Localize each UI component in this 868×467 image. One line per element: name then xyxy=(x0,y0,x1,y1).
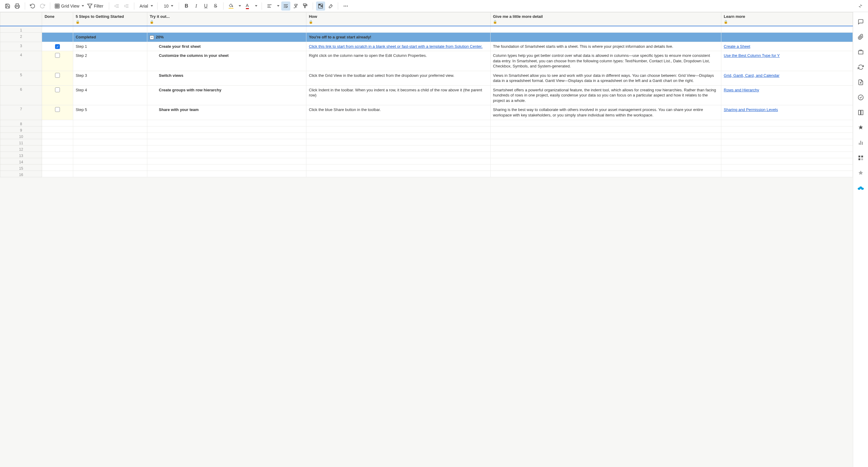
sheet-area[interactable]: Done 5 Steps to Getting Started🔒 Try it … xyxy=(0,12,853,467)
learn-link[interactable]: Create a Sheet xyxy=(724,44,750,49)
row-number[interactable]: 16 xyxy=(0,170,42,177)
learn-link[interactable]: Rows and Hierarchy xyxy=(724,88,759,92)
column-header-detail[interactable]: Give me a little more detail🔒 xyxy=(490,12,721,26)
filter-button[interactable]: Filter xyxy=(86,1,105,10)
try-cell[interactable]: Share with your team xyxy=(147,105,306,120)
underline-button[interactable]: U xyxy=(202,1,211,10)
activity-log-icon[interactable] xyxy=(857,94,864,101)
table-row[interactable]: 4Step 2Customize the columns in your she… xyxy=(0,51,853,71)
strikethrough-button[interactable]: S xyxy=(211,1,220,10)
collapse-toggle[interactable]: − xyxy=(150,35,154,40)
learn-cell[interactable]: Use the Best Column Type for Y xyxy=(721,51,853,71)
align-dropdown[interactable] xyxy=(275,1,281,10)
fill-color-button[interactable] xyxy=(226,1,236,10)
row-number[interactable]: 1 xyxy=(0,26,42,33)
step-cell[interactable]: Step 2 xyxy=(73,51,147,71)
step-cell[interactable]: Step 5 xyxy=(73,105,147,120)
work-insights-icon[interactable] xyxy=(857,139,864,146)
step-cell[interactable]: Step 1 xyxy=(73,42,147,51)
italic-button[interactable]: I xyxy=(192,1,201,10)
font-size-select[interactable]: 10 xyxy=(161,1,176,10)
row-number[interactable]: 5 xyxy=(0,71,42,85)
step-cell[interactable]: Step 4 xyxy=(73,85,147,105)
learn-cell[interactable]: Grid, Gantt, Card, and Calendar xyxy=(721,71,853,85)
wrap-text-button[interactable] xyxy=(281,1,290,10)
column-header-learn[interactable]: Learn more🔒 xyxy=(721,12,853,26)
how-cell[interactable]: Right click on the column name to open t… xyxy=(306,51,491,71)
table-row[interactable]: 5Step 3Switch viewsClick the Grid View i… xyxy=(0,71,853,85)
table-row[interactable]: 3✓Step 1Create your first sheetClick thi… xyxy=(0,42,853,51)
column-header-how[interactable]: How🔒 xyxy=(306,12,491,26)
brandfolder-icon[interactable] xyxy=(857,124,864,131)
learn-cell[interactable]: Rows and Hierarchy xyxy=(721,85,853,105)
format-painter-button[interactable] xyxy=(301,1,310,10)
summary-message[interactable]: You're off to a great start already! xyxy=(306,33,491,42)
collapse-toolbar-button[interactable] xyxy=(856,1,865,10)
column-header-steps[interactable]: 5 Steps to Getting Started🔒 xyxy=(73,12,147,26)
save-button[interactable] xyxy=(3,1,12,10)
detail-cell[interactable]: Views in Smartsheet allow you to see and… xyxy=(490,71,721,85)
done-cell[interactable] xyxy=(42,71,73,85)
update-requests-icon[interactable] xyxy=(857,64,864,71)
checkbox-unchecked[interactable] xyxy=(55,87,60,92)
learn-link[interactable]: Use the Best Column Type for Y xyxy=(724,53,780,58)
how-cell[interactable]: Click Indent in the toolbar. When you in… xyxy=(306,85,491,105)
undo-button[interactable] xyxy=(28,1,37,10)
font-family-select[interactable]: Arial xyxy=(137,1,154,10)
try-cell[interactable]: Switch views xyxy=(147,71,306,85)
table-row[interactable]: 9 xyxy=(0,126,853,132)
text-color-dropdown[interactable] xyxy=(252,1,258,10)
checkbox-unchecked[interactable] xyxy=(55,73,60,78)
learn-cell[interactable]: Sharing and Permission Levels xyxy=(721,105,853,120)
publish-icon[interactable] xyxy=(857,79,864,86)
row-number[interactable]: 7 xyxy=(0,105,42,120)
how-cell[interactable]: Click the Grid View in the toolbar and s… xyxy=(306,71,491,85)
detail-cell[interactable]: The foundation of Smartsheet starts with… xyxy=(490,42,721,51)
how-link[interactable]: Click this link to start from scratch in… xyxy=(309,44,483,49)
table-row[interactable]: 13 xyxy=(0,152,853,158)
checkbox-checked[interactable]: ✓ xyxy=(55,44,60,49)
salesforce-icon[interactable] xyxy=(857,185,864,192)
table-row[interactable]: 6Step 4Create groups with row hierarchyC… xyxy=(0,85,853,105)
row-number[interactable]: 6 xyxy=(0,85,42,105)
row-number[interactable]: 2 xyxy=(0,33,42,42)
proofs-icon[interactable] xyxy=(857,49,864,56)
row-number[interactable]: 15 xyxy=(0,164,42,170)
learn-cell[interactable]: Create a Sheet xyxy=(721,42,853,51)
row-number[interactable]: 8 xyxy=(0,120,42,126)
table-row[interactable]: 1 xyxy=(0,26,853,33)
step-cell[interactable]: Step 3 xyxy=(73,71,147,85)
align-button[interactable] xyxy=(265,1,274,10)
more-button[interactable] xyxy=(341,1,350,10)
learn-link[interactable]: Sharing and Permission Levels xyxy=(724,107,778,112)
attachments-icon[interactable] xyxy=(857,33,864,40)
checkbox-unchecked[interactable] xyxy=(55,107,60,112)
checkbox-unchecked[interactable] xyxy=(55,53,60,58)
table-row[interactable]: 10 xyxy=(0,132,853,139)
detail-cell[interactable]: Sharing is the best way to collaborate w… xyxy=(490,105,721,120)
column-header-done[interactable]: Done xyxy=(42,12,73,26)
row-number[interactable]: 3 xyxy=(0,42,42,51)
done-cell[interactable] xyxy=(42,51,73,71)
table-row[interactable]: 15 xyxy=(0,164,853,170)
try-cell[interactable]: Customize the columns in your sheet xyxy=(147,51,306,71)
table-row[interactable]: 14 xyxy=(0,158,853,164)
fill-color-dropdown[interactable] xyxy=(236,1,242,10)
redo-button[interactable] xyxy=(38,1,47,10)
connections-icon[interactable] xyxy=(857,169,864,177)
row-number[interactable]: 11 xyxy=(0,139,42,145)
clear-format-button[interactable] xyxy=(291,1,300,10)
try-cell[interactable]: Create groups with row hierarchy xyxy=(147,85,306,105)
indent-button[interactable] xyxy=(122,1,131,10)
how-cell[interactable]: Click the blue Share button in the toolb… xyxy=(306,105,491,120)
table-row[interactable]: 16 xyxy=(0,170,853,177)
done-cell[interactable] xyxy=(42,85,73,105)
outdent-button[interactable] xyxy=(112,1,121,10)
try-cell[interactable]: Create your first sheet xyxy=(147,42,306,51)
apps-icon[interactable] xyxy=(857,154,864,161)
how-cell[interactable]: Click this link to start from scratch in… xyxy=(306,42,491,51)
grid-view-button[interactable]: Grid View xyxy=(53,1,85,10)
detail-cell[interactable]: Smartsheet offers a powerful organizatio… xyxy=(490,85,721,105)
row-number[interactable]: 10 xyxy=(0,132,42,139)
table-row[interactable]: 8 xyxy=(0,120,853,126)
